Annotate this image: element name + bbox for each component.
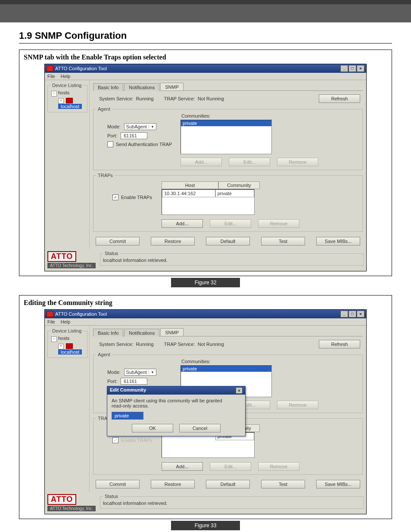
- list-item[interactable]: private: [181, 120, 271, 126]
- refresh-button[interactable]: Refresh: [319, 340, 360, 348]
- tab-notifications[interactable]: Notifications: [124, 329, 159, 336]
- commit-button[interactable]: Commit: [96, 480, 140, 488]
- traps-table[interactable]: 10.30.1.44:162 private: [162, 189, 255, 215]
- app-icon: [47, 311, 53, 317]
- app-icon: [47, 65, 53, 72]
- tab-strip: Basic Info Notifications SNMP: [93, 83, 363, 91]
- commit-button[interactable]: Commit: [96, 237, 140, 246]
- agent-legend: Agent: [96, 352, 112, 357]
- community-input[interactable]: private: [112, 412, 143, 420]
- max-button[interactable]: □: [349, 311, 356, 317]
- comm-edit-button[interactable]: Edit...: [229, 158, 270, 166]
- app-window-2: ATTO Configuration Tool _ □ × File Help: [44, 309, 367, 514]
- traps-remove-button[interactable]: Remove: [258, 462, 299, 471]
- close-button[interactable]: ×: [357, 311, 364, 317]
- traps-edit-button[interactable]: Edit...: [210, 219, 251, 228]
- port-input[interactable]: 61161: [121, 132, 147, 139]
- device-listing-legend: Device Listing: [50, 83, 83, 88]
- enable-traps-checkbox[interactable]: ✓: [112, 194, 118, 200]
- mode-select[interactable]: SubAgent▼: [124, 369, 156, 376]
- traps-edit-button[interactable]: Edit...: [210, 462, 251, 471]
- tab-snmp[interactable]: SNMP: [160, 83, 184, 90]
- dialog-ok-button[interactable]: OK: [132, 424, 173, 432]
- status-legend: Status: [103, 251, 120, 256]
- restore-button[interactable]: Restore: [151, 480, 195, 488]
- menu-bar[interactable]: File Help: [45, 73, 366, 80]
- traps-add-button[interactable]: Add...: [162, 219, 203, 228]
- dropdown-icon: ▼: [149, 370, 154, 374]
- test-button[interactable]: Test: [261, 237, 305, 246]
- expander-plus-icon[interactable]: +: [58, 344, 64, 349]
- refresh-button[interactable]: Refresh: [319, 94, 360, 103]
- agent-legend: Agent: [96, 106, 112, 112]
- save-mibs-button[interactable]: Save MIBs...: [316, 480, 360, 488]
- tab-notifications[interactable]: Notifications: [124, 83, 159, 91]
- tree-root[interactable]: −hosts: [50, 90, 84, 97]
- menu-help[interactable]: Help: [61, 319, 71, 324]
- status-legend: Status: [103, 494, 120, 499]
- send-auth-checkbox[interactable]: [107, 141, 113, 147]
- menu-file[interactable]: File: [47, 74, 55, 79]
- status-message: localhost information retrieved.: [103, 501, 361, 506]
- restore-button[interactable]: Restore: [151, 237, 195, 246]
- host-icon: [66, 343, 73, 349]
- expander-plus-icon[interactable]: +: [58, 98, 64, 104]
- sys-service-value: Running: [136, 342, 154, 347]
- close-button[interactable]: ×: [357, 65, 364, 72]
- section-rule: [19, 43, 392, 44]
- figure-title-1: SNMP tab with the Enable Traps option se…: [24, 53, 387, 61]
- test-button[interactable]: Test: [261, 480, 305, 488]
- traps-legend: TRAPs: [96, 173, 115, 178]
- save-mibs-button[interactable]: Save MIBs...: [316, 237, 360, 246]
- tree-root[interactable]: −hosts: [50, 335, 84, 342]
- trap-service-label: TRAP Service:: [164, 342, 195, 347]
- mode-select[interactable]: SubAgent▼: [124, 123, 156, 130]
- menu-file[interactable]: File: [47, 319, 55, 324]
- doc-header-bar: [0, 0, 411, 22]
- menu-help[interactable]: Help: [61, 74, 71, 79]
- default-button[interactable]: Default: [206, 480, 250, 488]
- communities-listbox[interactable]: private: [181, 120, 272, 154]
- dialog-titlebar[interactable]: Edit Community ×: [107, 386, 245, 395]
- device-listing-panel: Device Listing −hosts +localhost: [47, 328, 87, 358]
- communities-label: Communities:: [181, 113, 360, 118]
- default-button[interactable]: Default: [206, 237, 250, 246]
- tab-basic-info[interactable]: Basic Info: [93, 83, 123, 91]
- table-row[interactable]: 10.30.1.44:162 private: [162, 190, 254, 197]
- traps-add-button[interactable]: Add...: [162, 462, 203, 471]
- atto-logo-sub: ATTO Technology, Inc.: [47, 506, 96, 511]
- comm-add-button[interactable]: Add...: [181, 158, 222, 166]
- send-auth-label: Send Authentication TRAP: [116, 142, 172, 147]
- expander-minus-icon[interactable]: −: [51, 91, 57, 96]
- traps-remove-button[interactable]: Remove: [258, 219, 299, 228]
- trap-service-value: Not Running: [198, 96, 224, 101]
- list-item[interactable]: private: [181, 366, 271, 372]
- traps-group: TRAPs ✓ Enable TRAPs Host Community: [93, 173, 363, 232]
- communities-label: Communities:: [181, 359, 360, 364]
- enable-traps-checkbox[interactable]: ✓: [112, 437, 118, 443]
- menu-bar[interactable]: File Help: [45, 318, 366, 326]
- trap-service-value: Not Running: [198, 342, 224, 347]
- window-title: ATTO Configuration Tool: [55, 66, 107, 71]
- tab-basic-info[interactable]: Basic Info: [93, 329, 123, 336]
- min-button[interactable]: _: [340, 65, 348, 72]
- tree-node[interactable]: +localhost: [50, 97, 84, 109]
- status-message: localhost information retrieved.: [103, 258, 361, 263]
- mode-label: Mode:: [107, 124, 121, 129]
- comm-remove-button[interactable]: Remove: [277, 401, 318, 409]
- comm-remove-button[interactable]: Remove: [277, 158, 318, 166]
- sys-service-label: System Service:: [99, 342, 133, 347]
- min-button[interactable]: _: [340, 311, 348, 317]
- dialog-cancel-button[interactable]: Cancel: [179, 424, 221, 432]
- port-input[interactable]: 61161: [121, 378, 147, 385]
- titlebar[interactable]: ATTO Configuration Tool _ □ ×: [45, 64, 366, 73]
- dialog-close-button[interactable]: ×: [236, 387, 243, 394]
- max-button[interactable]: □: [349, 65, 356, 72]
- figure-label-1: Figure 32: [171, 278, 240, 287]
- tree-node[interactable]: +localhost: [50, 342, 84, 355]
- status-panel: Status localhost information retrieved.: [100, 494, 364, 509]
- enable-traps-label: Enable TRAPs: [121, 195, 152, 200]
- titlebar[interactable]: ATTO Configuration Tool _ □ ×: [45, 310, 366, 318]
- tab-snmp[interactable]: SNMP: [160, 328, 184, 336]
- expander-minus-icon[interactable]: −: [51, 336, 57, 342]
